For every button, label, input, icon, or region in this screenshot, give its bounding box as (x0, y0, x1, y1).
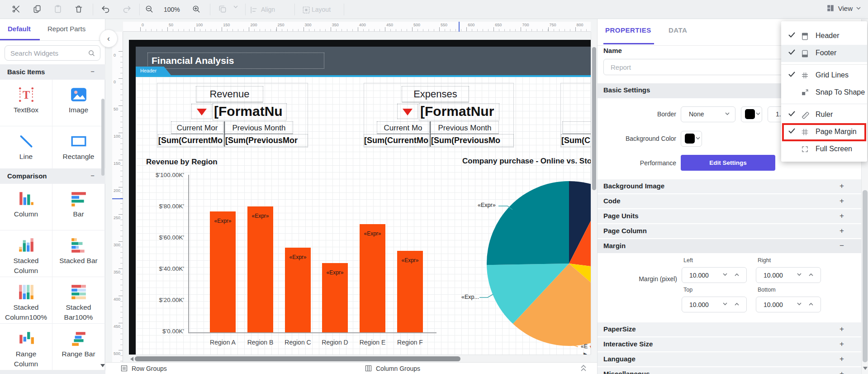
border-style-select[interactable]: None (681, 106, 735, 122)
chevron-down-icon[interactable] (723, 302, 727, 306)
margin-top-value[interactable] (689, 297, 721, 312)
sidebar-collapse-button[interactable]: ‹ (100, 29, 118, 48)
expenses-previous-label[interactable]: Previous Month (431, 121, 499, 134)
collapse-minus-icon[interactable]: − (90, 172, 95, 179)
zoom-in-icon[interactable] (192, 5, 202, 14)
accordion-interactive-size[interactable]: Interactive Size+ (598, 337, 861, 351)
widget-stacked-column[interactable]: Stacked Column (0, 230, 52, 277)
menu-item-header[interactable]: Header (781, 28, 867, 45)
widget-stacked-column100-[interactable]: Stacked Column100% (0, 277, 52, 324)
accordion-miscellaneous[interactable]: Miscellaneous+ (598, 367, 861, 374)
canvas-horizontal-scrollbar[interactable] (129, 355, 591, 362)
widget-line[interactable]: Line (0, 126, 52, 173)
menu-item-page-margin[interactable]: Page Margin (781, 124, 867, 141)
copy-icon[interactable] (33, 5, 43, 14)
chevron-down-icon[interactable] (797, 273, 802, 276)
chevron-down-icon[interactable] (723, 273, 727, 276)
report-body[interactable]: Revenue[FormatNuCurrent MorPrevious Mont… (136, 77, 591, 355)
bar-region-b[interactable] (247, 206, 273, 332)
section-header-comparison[interactable]: Comparison− (0, 168, 105, 184)
revenue-indicator-box[interactable] (191, 104, 212, 119)
collapse-groups-chevrons-icon[interactable] (580, 364, 587, 373)
chevron-down-icon[interactable] (797, 302, 802, 306)
widget-column[interactable]: Column (0, 184, 52, 230)
zoom-out-icon[interactable] (145, 5, 155, 14)
revenue-sum-previous[interactable]: [Sum(PreviousMor (225, 134, 308, 147)
widget-rectangle[interactable]: Rectangle (52, 126, 105, 173)
menu-item-grid-lines[interactable]: Grid Lines (781, 67, 867, 84)
column-groups[interactable]: Column Groups (365, 364, 420, 372)
widget-range-bar[interactable]: Range Bar (52, 324, 105, 370)
cut-icon[interactable] (12, 5, 22, 14)
edit-settings-button[interactable]: Edit Settings (681, 155, 775, 171)
panel-scroll-thumb[interactable] (863, 190, 868, 362)
accordion-page-column[interactable]: Page Column+ (598, 224, 861, 238)
section-header-basic-items[interactable]: Basic Items− (0, 64, 105, 80)
row-groups[interactable]: Row Groups (120, 364, 167, 372)
menu-item-footer[interactable]: Footer (781, 45, 867, 62)
sidebar-scrollbar[interactable] (101, 80, 105, 374)
revenue-value-textbox[interactable]: [FormatNu (213, 103, 287, 120)
revenue-title-textbox[interactable]: Revenue (196, 86, 263, 102)
revenue-sum-current[interactable]: [Sum(CurrentMont (158, 134, 223, 147)
tab-properties[interactable]: PROPERTIES (605, 26, 651, 34)
sidebar-scroll-down-icon[interactable] (100, 364, 105, 367)
border-color-picker[interactable] (741, 106, 762, 122)
revenue-previous-label[interactable]: Previous Month (225, 121, 293, 134)
section-header-data-region[interactable]: Data Region (0, 370, 105, 374)
margin-left-value[interactable] (689, 268, 721, 282)
report-header-band[interactable]: Financial Analysis (136, 47, 591, 75)
bar-region-c[interactable] (285, 248, 311, 332)
accordion-background-image[interactable]: Background Image+ (598, 179, 861, 193)
chevron-up-icon[interactable] (735, 302, 739, 306)
canvas-vertical-scrollbar[interactable] (591, 32, 597, 355)
expenses-current-label[interactable]: Current Mo (377, 121, 429, 134)
expenses-value-textbox[interactable]: [FormatNur (419, 103, 499, 120)
collapse-minus-icon[interactable]: − (90, 67, 95, 75)
widget-stacked-bar100-[interactable]: Stacked Bar100% (52, 277, 105, 324)
delete-icon[interactable] (74, 5, 84, 14)
report-title-textbox[interactable]: Financial Analysis (147, 53, 324, 69)
expenses-title-textbox[interactable]: Expenses (402, 86, 469, 102)
tab-default[interactable]: Default (8, 25, 31, 33)
widget-textbox[interactable]: TTextBox (0, 80, 52, 126)
tab-data[interactable]: DATA (669, 26, 687, 34)
third-block-empty-cell[interactable] (562, 121, 591, 134)
chevron-up-icon[interactable] (809, 302, 813, 306)
menu-item-snap-to-shape[interactable]: Snap To Shape (781, 84, 867, 101)
revenue-current-label[interactable]: Current Mor (171, 121, 223, 134)
search-input[interactable] (10, 46, 87, 60)
third-block-sum[interactable]: [Sum(C (561, 134, 591, 147)
bar-region-a[interactable] (210, 211, 236, 332)
accordion-page-units[interactable]: Page Units+ (598, 209, 861, 223)
expenses-sum-previous[interactable]: [Sum(PreviousMo (431, 134, 514, 147)
expenses-indicator-box[interactable] (397, 104, 418, 119)
background-color-picker[interactable] (681, 131, 702, 147)
widget-stacked-bar[interactable]: Stacked Bar (52, 230, 105, 277)
bar-region-e[interactable] (360, 224, 385, 332)
expenses-sum-current[interactable]: [Sum(CurrentMon (364, 134, 429, 147)
horizontal-scroll-thumb[interactable] (135, 356, 460, 361)
undo-icon[interactable] (101, 5, 111, 14)
vertical-scroll-thumb[interactable] (592, 47, 596, 190)
accordion-language[interactable]: Language+ (598, 352, 861, 366)
align-label[interactable]: Align (261, 6, 275, 13)
widget-bar[interactable]: Bar (52, 184, 105, 230)
menu-item-ruler[interactable]: Ruler (781, 106, 867, 124)
accordion-margin[interactable]: Margin− (598, 239, 861, 253)
menu-item-full-screen[interactable]: Full Screen (781, 141, 867, 158)
margin-bottom-value[interactable] (764, 297, 795, 312)
layout-label[interactable]: Layout (312, 6, 331, 13)
panel-scroll-down-icon[interactable] (863, 367, 868, 370)
tab-report-parts[interactable]: Report Parts (47, 25, 85, 33)
chevron-up-icon[interactable] (735, 273, 739, 276)
accordion-code[interactable]: Code+ (598, 194, 861, 208)
widget-image[interactable]: Image (52, 80, 105, 126)
widget-range-column[interactable]: Range Column (0, 324, 52, 370)
scroll-left-icon[interactable] (130, 357, 133, 361)
view-button[interactable]: View (826, 4, 861, 12)
pie-slice-teal[interactable] (487, 181, 569, 265)
margin-right-value[interactable] (764, 268, 795, 282)
accordion-papersize[interactable]: PaperSize+ (598, 322, 861, 336)
chevron-up-icon[interactable] (809, 273, 813, 276)
